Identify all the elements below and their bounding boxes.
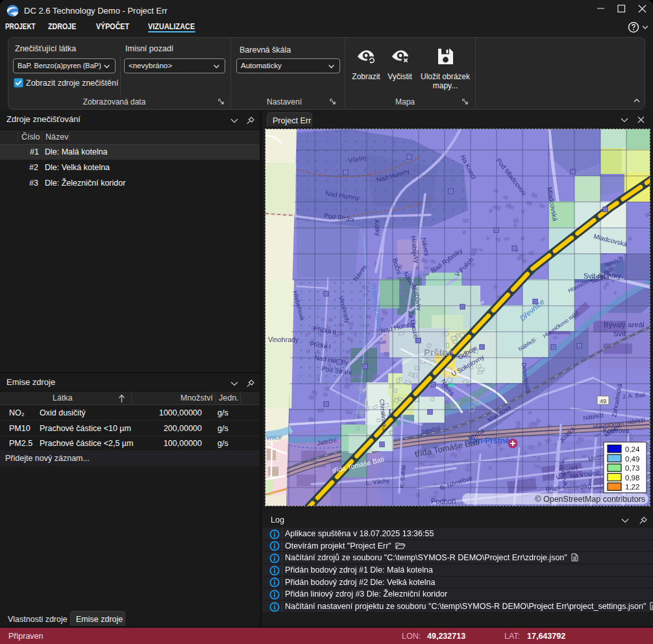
- svg-text:0,49: 0,49: [625, 455, 639, 463]
- svg-text:0,98: 0,98: [625, 474, 639, 482]
- svg-text:Prštné: Prštné: [424, 347, 453, 358]
- svg-text:1,22: 1,22: [625, 483, 639, 491]
- svg-text:© OpenStreetMap contributors: © OpenStreetMap contributors: [535, 495, 645, 504]
- svg-text:Podhoří: Podhoří: [431, 497, 456, 505]
- svg-text:Bývalý areál: Bývalý areál: [604, 321, 645, 328]
- svg-text:0,73: 0,73: [625, 464, 639, 472]
- svg-text:Kútky: Kútky: [373, 219, 382, 236]
- svg-text:Vinohrady: Vinohrady: [268, 336, 299, 343]
- svg-text:0,24: 0,24: [625, 445, 640, 453]
- svg-text:49: 49: [600, 397, 607, 404]
- svg-text:vnice: vnice: [266, 433, 282, 441]
- svg-text:Svit: Svit: [613, 330, 626, 338]
